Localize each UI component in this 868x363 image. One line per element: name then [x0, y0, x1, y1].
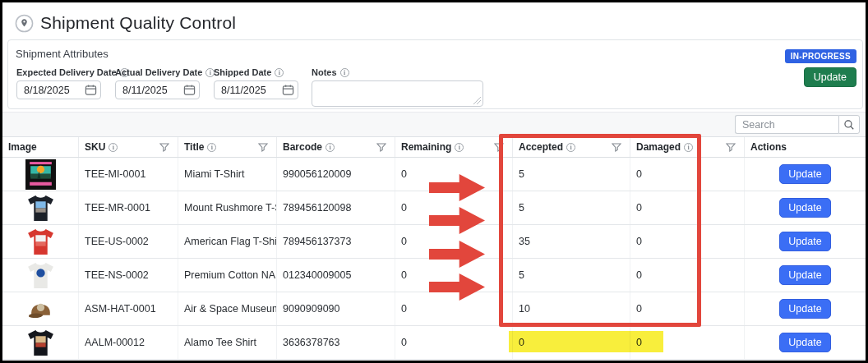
table-body: TEE-MI-0001 Miami T-Shirt 990056120009 0…	[2, 158, 866, 360]
nasa-tshirt-photo	[2, 259, 79, 292]
damaged-cell: 0	[630, 326, 745, 359]
filter-funnel-icon[interactable]	[159, 143, 169, 152]
accepted-cell: 35	[513, 225, 630, 258]
column-header-remaining: Remaining	[395, 137, 513, 157]
info-icon	[326, 143, 335, 152]
title-cell: Miami T-Shirt	[178, 158, 277, 191]
title-cell: Alamo Tee Shirt	[178, 326, 277, 359]
mount-rushmore-tshirt-photo	[2, 191, 79, 224]
remaining-cell: 0	[395, 326, 513, 359]
shipment-update-button[interactable]: Update	[804, 67, 856, 87]
column-header-damaged: Damaged	[630, 137, 745, 157]
actions-cell: Update	[745, 191, 866, 224]
remaining-cell: 0	[395, 292, 513, 325]
page-header: Shipment Quality Control	[15, 13, 236, 33]
sku-cell: AALM-00012	[79, 326, 178, 359]
field-label: Actual Delivery Date	[115, 67, 202, 77]
status-badge: IN-PROGRESS	[785, 49, 856, 63]
search-input[interactable]	[735, 115, 838, 134]
filter-funnel-icon[interactable]	[376, 143, 386, 152]
field-label: Expected Delivery Date	[16, 67, 117, 77]
column-header-barcode: Barcode	[277, 137, 395, 157]
sku-cell: TEE-NS-0002	[79, 259, 178, 292]
row-update-button[interactable]: Update	[779, 299, 830, 319]
miami-tshirt-photo	[2, 158, 79, 191]
row-update-button[interactable]: Update	[779, 198, 830, 218]
sku-cell: TEE-MI-0001	[79, 158, 178, 191]
barcode-cell: 789456137373	[277, 225, 395, 258]
info-icon	[207, 143, 216, 152]
row-update-button[interactable]: Update	[779, 164, 830, 184]
barcode-cell: 9090909090	[277, 292, 395, 325]
location-pin-icon	[15, 14, 34, 33]
barcode-cell: 012340009005	[277, 259, 395, 292]
table-row: TEE-MR-0001 Mount Rushmore T-Shirt 78945…	[2, 191, 866, 225]
barcode-cell: 3636378763	[277, 326, 395, 359]
expected-delivery-date-input[interactable]	[17, 85, 81, 96]
expected-delivery-date-field: Expected Delivery Date	[16, 67, 129, 99]
actions-cell: Update	[745, 259, 866, 292]
actions-cell: Update	[745, 292, 866, 325]
shipment-attributes-panel: Shipment Attributes Expected Delivery Da…	[7, 39, 863, 109]
row-update-button[interactable]: Update	[779, 232, 830, 251]
barcode-cell: 789456120098	[277, 191, 395, 224]
table-row: TEE-US-0002 American Flag T-Shirt 789456…	[2, 225, 866, 259]
info-icon	[108, 143, 118, 152]
column-header-sku: SKU	[79, 137, 178, 157]
notes-textarea[interactable]	[312, 81, 482, 106]
filter-funnel-icon[interactable]	[494, 143, 504, 152]
column-header-actions: Actions	[745, 137, 866, 157]
info-icon	[340, 68, 349, 77]
remaining-cell: 0	[395, 259, 513, 292]
notes-field: Notes	[312, 67, 483, 107]
actual-delivery-date-input[interactable]	[116, 85, 180, 96]
calendar-icon[interactable]	[281, 84, 294, 97]
sku-cell: TEE-US-0002	[79, 225, 178, 258]
table-row: ASM-HAT-0001 Air & Space Museum Hat 9090…	[2, 292, 866, 326]
info-icon	[275, 68, 284, 77]
accepted-cell: 5	[513, 158, 630, 191]
field-label: Notes	[312, 67, 337, 77]
title-cell: American Flag T-Shirt	[178, 225, 277, 258]
filter-funnel-icon[interactable]	[612, 143, 621, 152]
remaining-cell: 0	[395, 225, 513, 258]
info-icon	[684, 143, 693, 152]
info-icon	[566, 143, 575, 152]
american-flag-tshirt-photo	[2, 225, 79, 258]
actions-cell: Update	[745, 158, 866, 191]
column-header-accepted: Accepted	[513, 137, 630, 157]
barcode-cell: 990056120009	[277, 158, 395, 191]
actions-cell: Update	[745, 326, 866, 359]
column-header-title: Title	[178, 137, 277, 157]
damaged-cell: 0	[630, 191, 745, 224]
actions-cell: Update	[745, 225, 866, 258]
search-group	[735, 115, 860, 134]
title-cell: Premium Cotton NASA T-...	[178, 259, 277, 292]
calendar-icon[interactable]	[84, 84, 97, 97]
row-update-button[interactable]: Update	[779, 265, 830, 285]
table-toolbar	[2, 112, 866, 137]
table-row: AALM-00012 Alamo Tee Shirt 3636378763 0 …	[2, 326, 866, 360]
info-icon	[455, 143, 464, 152]
accepted-cell: 5	[513, 191, 630, 224]
table-row: TEE-MI-0001 Miami T-Shirt 990056120009 0…	[2, 158, 866, 191]
accepted-cell: 0	[513, 326, 630, 359]
search-icon	[843, 119, 855, 131]
remaining-cell: 0	[395, 158, 513, 191]
calendar-icon[interactable]	[182, 84, 196, 97]
filter-funnel-icon[interactable]	[258, 143, 268, 152]
search-button[interactable]	[838, 115, 860, 134]
damaged-cell: 0	[630, 292, 745, 325]
alamo-tshirt-photo	[2, 326, 79, 359]
accepted-cell: 10	[513, 292, 630, 325]
shipped-date-input[interactable]	[215, 85, 279, 96]
table-header-row: Image SKU Title Barcode Remaining Accept…	[2, 137, 866, 158]
filter-funnel-icon[interactable]	[726, 143, 736, 152]
row-update-button[interactable]: Update	[779, 333, 830, 352]
table-row: TEE-NS-0002 Premium Cotton NASA T-... 01…	[2, 259, 866, 292]
museum-hat-photo	[2, 292, 79, 325]
damaged-cell: 0	[630, 225, 745, 258]
page-title: Shipment Quality Control	[40, 13, 236, 33]
section-title: Shipment Attributes	[16, 48, 108, 60]
accepted-cell: 5	[513, 259, 630, 292]
